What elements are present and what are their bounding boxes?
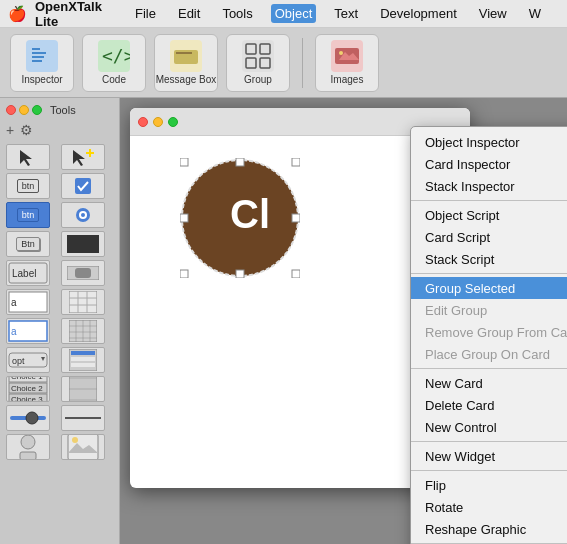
menu-item-new-card[interactable]: New Card ⌘N [411, 372, 567, 394]
svg-point-26 [81, 213, 85, 217]
tool-small-grid[interactable] [61, 318, 105, 344]
svg-rect-53 [71, 357, 95, 361]
tool-scrollbar[interactable] [61, 260, 105, 286]
svg-text:opt: opt [12, 356, 25, 366]
menu-item-group-selected[interactable]: Group Selected ⌘G [411, 277, 567, 299]
zoom-button[interactable] [32, 105, 42, 115]
svg-marker-20 [73, 150, 85, 166]
svg-rect-52 [71, 351, 95, 355]
menu-item-card-inspector[interactable]: Card Inspector [411, 153, 567, 175]
separator-2 [411, 273, 567, 274]
menu-item-object-inspector[interactable]: Object Inspector [411, 131, 567, 153]
menu-item-new-widget[interactable]: New Widget ▶ [411, 445, 567, 467]
menu-file[interactable]: File [131, 4, 160, 23]
menubar: 🍎 OpenXTalk Lite File Edit Tools Object … [0, 0, 567, 28]
menu-item-place-group[interactable]: Place Group On Card [411, 343, 567, 365]
tool-image[interactable] [61, 434, 105, 460]
tool-dark-rect[interactable] [61, 231, 105, 257]
tool-text-field[interactable]: a [6, 289, 50, 315]
tool-mini[interactable] [61, 376, 105, 402]
menu-item-stack-script-label: Stack Script [425, 252, 567, 267]
inspector-button[interactable]: Inspector [10, 34, 74, 92]
menu-item-remove-group[interactable]: Remove Group From Card [411, 321, 567, 343]
menu-item-flip[interactable]: Flip ▶ [411, 474, 567, 496]
menu-item-object-script-label: Object Script [425, 208, 567, 223]
tools-add-button[interactable]: + [6, 122, 14, 138]
tool-checkbox[interactable] [61, 173, 105, 199]
menu-item-stack-inspector[interactable]: Stack Inspector ⌘K [411, 175, 567, 197]
tool-arrow-plus[interactable] [61, 144, 105, 170]
tool-slider[interactable] [6, 405, 50, 431]
menu-item-rotate[interactable]: Rotate ▶ [411, 496, 567, 518]
menu-item-group-selected-label: Group Selected [425, 281, 567, 296]
tool-text-area[interactable]: a [6, 318, 50, 344]
images-button[interactable]: Images [315, 34, 379, 92]
app-name[interactable]: OpenXTalk Lite [35, 0, 117, 29]
svg-rect-27 [67, 235, 99, 253]
tool-button-outline[interactable]: btn [6, 173, 50, 199]
svg-rect-1 [32, 48, 40, 50]
menu-item-stack-script[interactable]: Stack Script [411, 248, 567, 270]
svg-rect-31 [75, 268, 91, 278]
menu-item-edit-group-label: Edit Group [425, 303, 567, 318]
svg-rect-70 [68, 434, 98, 460]
tool-line[interactable] [61, 405, 105, 431]
tools-settings-button[interactable]: ⚙ [20, 122, 33, 138]
menu-edit[interactable]: Edit [174, 4, 204, 23]
tool-label[interactable]: Label [6, 260, 50, 286]
svg-text:Choice 3: Choice 3 [11, 395, 43, 402]
menu-development[interactable]: Development [376, 4, 461, 23]
minimize-button[interactable] [19, 105, 29, 115]
menu-item-delete-card[interactable]: Delete Card [411, 394, 567, 416]
code-button[interactable]: </> Code [82, 34, 146, 92]
menu-view[interactable]: View [475, 4, 511, 23]
menu-item-card-script-label: Card Script [425, 230, 567, 245]
content-area: Tools + ⚙ btn [0, 98, 567, 544]
svg-point-72 [72, 437, 78, 443]
inspector-icon [26, 40, 58, 72]
svg-rect-54 [71, 363, 95, 367]
tool-list[interactable] [61, 347, 105, 373]
tool-icon[interactable] [6, 434, 50, 460]
tool-button-3d[interactable]: Btn [6, 231, 50, 257]
message-box-label: Message Box [156, 74, 217, 85]
menu-item-card-script[interactable]: Card Script [411, 226, 567, 248]
svg-point-68 [21, 435, 35, 449]
toolbar: Inspector </> Code Message Box [0, 28, 567, 98]
message-box-button[interactable]: Message Box [154, 34, 218, 92]
group-button[interactable]: Group [226, 34, 290, 92]
close-button[interactable] [6, 105, 16, 115]
menu-item-new-card-label: New Card [425, 376, 567, 391]
tool-button-filled[interactable]: btn [6, 202, 50, 228]
tool-radio[interactable] [61, 202, 105, 228]
images-label: Images [331, 74, 364, 85]
tool-arrow[interactable] [6, 144, 50, 170]
menu-item-delete-card-label: Delete Card [425, 398, 567, 413]
svg-text:a: a [11, 326, 17, 337]
tool-dropdown[interactable]: opt [6, 347, 50, 373]
separator-5 [411, 470, 567, 471]
tools-grid: btn btn Btn [6, 144, 113, 460]
svg-rect-2 [32, 52, 46, 54]
tools-title: Tools [50, 104, 76, 116]
object-menu: Object Inspector Card Inspector Stack In… [410, 126, 567, 544]
tool-grid[interactable] [61, 289, 105, 315]
menu-item-new-control[interactable]: New Control ▶ [411, 416, 567, 438]
images-icon [331, 40, 363, 72]
svg-text:Choice 1: Choice 1 [11, 376, 43, 381]
menu-text[interactable]: Text [330, 4, 362, 23]
group-icon [242, 40, 274, 72]
menu-item-reshape-graphic[interactable]: Reshape Graphic [411, 518, 567, 540]
menu-item-reshape-graphic-label: Reshape Graphic [425, 522, 567, 537]
menu-w[interactable]: W [525, 4, 545, 23]
svg-rect-4 [32, 60, 42, 62]
svg-text:</>: </> [102, 45, 130, 66]
menu-item-edit-group[interactable]: Edit Group ⌘R [411, 299, 567, 321]
code-label: Code [102, 74, 126, 85]
svg-rect-9 [176, 52, 192, 54]
apple-menu[interactable]: 🍎 [8, 5, 27, 23]
menu-object[interactable]: Object [271, 4, 317, 23]
menu-tools[interactable]: Tools [218, 4, 256, 23]
menu-item-object-script[interactable]: Object Script ⌘E [411, 204, 567, 226]
tool-combo[interactable]: Choice 1 Choice 2 Choice 3 [6, 376, 50, 402]
